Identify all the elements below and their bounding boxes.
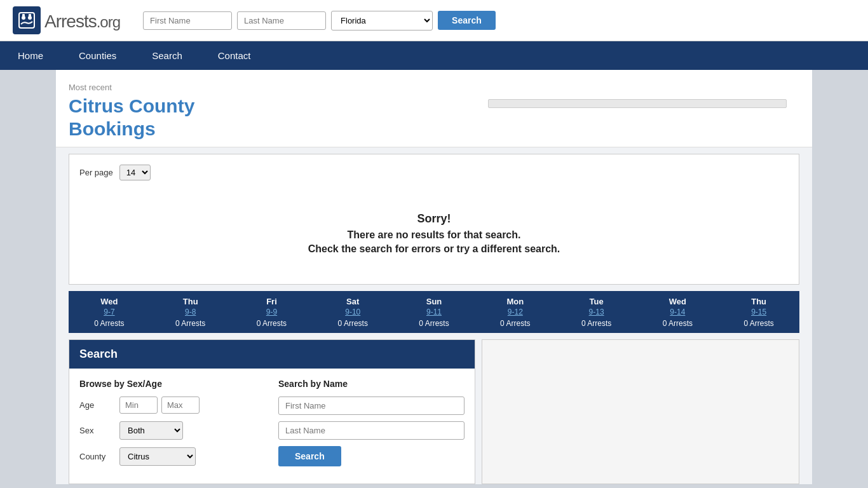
- calendar-day-4[interactable]: Sun 9-11 0 Arrests: [393, 291, 475, 333]
- calendar-day-2[interactable]: Fri 9-9 0 Arrests: [231, 291, 313, 333]
- arrests-count: 0 Arrests: [743, 319, 773, 328]
- no-results-msg2: Check the search for errors or try a dif…: [92, 243, 776, 255]
- county-select[interactable]: Citrus: [119, 447, 196, 466]
- day-date[interactable]: 9-7: [71, 308, 147, 316]
- header: Arrests.org Florida Alabama Georgia Texa…: [0, 0, 868, 41]
- calendar-day-6[interactable]: Tue 9-13 0 Arrests: [556, 291, 637, 333]
- name-section: Search by Name Search: [278, 379, 465, 473]
- arrests-count: 0 Arrests: [338, 319, 368, 328]
- content-area: Most recent Citrus CountyBookings: [56, 70, 812, 147]
- per-page-select[interactable]: 14 25 50: [119, 165, 151, 180]
- logo-text: Arrests.org: [44, 9, 120, 32]
- no-results-message: Sorry! There are no results for that sea…: [79, 193, 789, 274]
- browse-section: Browse by Sex/Age Age Sex Both Male: [79, 379, 266, 473]
- age-max-input[interactable]: [161, 396, 200, 414]
- day-name: Thu: [183, 297, 198, 306]
- nav-counties[interactable]: Counties: [61, 41, 134, 70]
- nav-search[interactable]: Search: [134, 41, 200, 70]
- day-name: Sat: [346, 297, 359, 306]
- age-label: Age: [79, 400, 114, 410]
- sex-label: Sex: [79, 426, 114, 435]
- per-page-row: Per page 14 25 50: [79, 165, 789, 180]
- day-date[interactable]: 9-9: [234, 308, 310, 316]
- header-state-select[interactable]: Florida Alabama Georgia Texas: [331, 11, 433, 30]
- calendar-bar: Wed 9-7 0 Arrests Thu 9-8 0 Arrests Fri …: [69, 291, 799, 333]
- arrests-count: 0 Arrests: [94, 319, 124, 328]
- calendar-day-7[interactable]: Wed 9-14 0 Arrests: [637, 291, 718, 333]
- results-container: Per page 14 25 50 Sorry! There are no re…: [69, 154, 799, 285]
- day-name: Wed: [669, 297, 686, 306]
- day-date[interactable]: 9-14: [639, 308, 715, 316]
- search-widget-header: Search: [69, 340, 475, 369]
- nav-contact[interactable]: Contact: [200, 41, 269, 70]
- scrollbar[interactable]: [488, 99, 787, 108]
- per-page-label: Per page: [79, 168, 113, 177]
- calendar-day-3[interactable]: Sat 9-10 0 Arrests: [312, 291, 393, 333]
- bottom-section: Search Browse by Sex/Age Age Sex: [69, 339, 799, 484]
- calendar-day-0[interactable]: Wed 9-7 0 Arrests: [69, 291, 150, 333]
- day-name: Wed: [100, 297, 118, 306]
- day-name: Tue: [590, 297, 604, 306]
- nav-home[interactable]: Home: [0, 41, 61, 70]
- arrests-count: 0 Arrests: [581, 319, 611, 328]
- browse-title: Browse by Sex/Age: [79, 379, 266, 389]
- search-first-name-input[interactable]: [278, 396, 465, 415]
- header-search-area: Florida Alabama Georgia Texas Search: [143, 11, 496, 30]
- sex-select[interactable]: Both Male Female: [119, 421, 183, 440]
- logo[interactable]: Arrests.org: [13, 6, 120, 34]
- age-row: Age: [79, 396, 266, 414]
- arrests-count: 0 Arrests: [419, 319, 449, 328]
- no-results-msg1: There are no results for that search.: [92, 229, 776, 241]
- day-name: Sun: [426, 297, 442, 306]
- svg-rect-3: [22, 14, 25, 17]
- county-title: Citrus CountyBookings: [69, 95, 272, 140]
- main-container: Most recent Citrus CountyBookings Per pa…: [56, 70, 812, 484]
- svg-rect-4: [29, 14, 31, 17]
- arrests-count: 0 Arrests: [663, 319, 693, 328]
- day-date[interactable]: 9-10: [315, 308, 391, 316]
- age-inputs: [119, 396, 200, 414]
- calendar-day-5[interactable]: Mon 9-12 0 Arrests: [475, 291, 556, 333]
- header-last-name-input[interactable]: [237, 11, 326, 30]
- search-submit-button[interactable]: Search: [278, 446, 341, 466]
- day-date[interactable]: 9-15: [721, 308, 797, 316]
- county-row: County Citrus: [79, 447, 266, 466]
- day-date[interactable]: 9-13: [559, 308, 635, 316]
- day-name: Mon: [506, 297, 524, 306]
- calendar-day-1[interactable]: Thu 9-8 0 Arrests: [150, 291, 231, 333]
- day-date[interactable]: 9-8: [153, 308, 229, 316]
- arrests-count: 0 Arrests: [175, 319, 205, 328]
- age-min-input[interactable]: [119, 396, 158, 414]
- most-recent-label: Most recent: [69, 83, 272, 92]
- day-date[interactable]: 9-11: [396, 308, 472, 316]
- sex-row: Sex Both Male Female: [79, 421, 266, 440]
- day-name: Fri: [266, 297, 277, 306]
- logo-icon: [13, 6, 41, 34]
- right-ad: [482, 339, 799, 484]
- arrests-count: 0 Arrests: [500, 319, 530, 328]
- calendar-day-8[interactable]: Thu 9-15 0 Arrests: [718, 291, 799, 333]
- name-title: Search by Name: [278, 379, 465, 389]
- day-date[interactable]: 9-12: [477, 308, 553, 316]
- county-label: County: [79, 452, 114, 461]
- day-name: Thu: [751, 297, 766, 306]
- main-nav: Home Counties Search Contact: [0, 41, 868, 70]
- svg-rect-0: [19, 13, 34, 28]
- search-widget: Search Browse by Sex/Age Age Sex: [69, 339, 475, 484]
- sorry-text: Sorry!: [92, 212, 776, 226]
- search-widget-body: Browse by Sex/Age Age Sex Both Male: [69, 369, 475, 484]
- header-search-button[interactable]: Search: [438, 11, 496, 30]
- header-first-name-input[interactable]: [143, 11, 232, 30]
- search-last-name-input[interactable]: [278, 421, 465, 440]
- arrests-count: 0 Arrests: [257, 319, 287, 328]
